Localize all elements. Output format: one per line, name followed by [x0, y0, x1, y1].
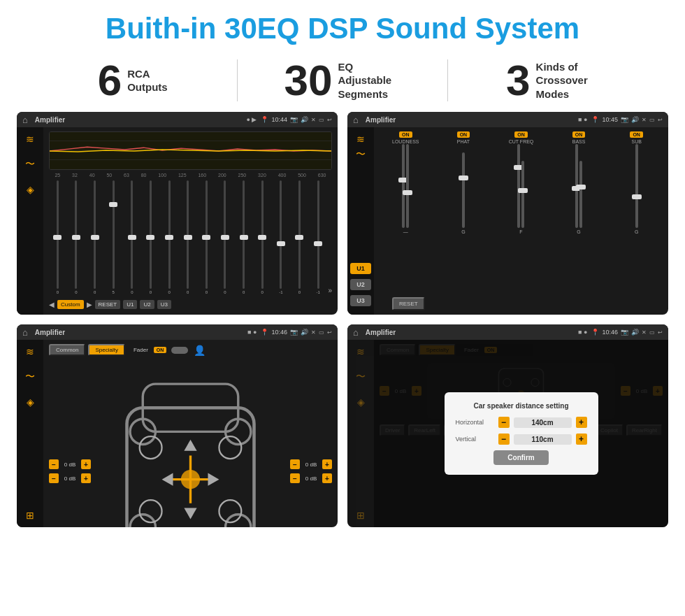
- eq-slider-6[interactable]: 0: [161, 180, 178, 294]
- cross-reset-btn[interactable]: RESET: [392, 297, 425, 310]
- fader-controls-right: − 0 dB + − 0 dB +: [290, 359, 332, 527]
- cross-u1-btn[interactable]: U1: [350, 263, 371, 274]
- eq-slider-11[interactable]: 0: [254, 180, 271, 294]
- phat-slider[interactable]: [462, 152, 465, 228]
- fader-plus-fr[interactable]: +: [322, 459, 332, 469]
- cross-col-sub: ON SUB G: [609, 131, 664, 293]
- eq-slider-1[interactable]: 0: [68, 180, 85, 294]
- eq-u3-btn[interactable]: U3: [157, 300, 171, 309]
- stat-label-eq: EQ AdjustableSegments: [338, 60, 401, 101]
- dist-speaker-icon: ◈: [354, 396, 367, 408]
- home-icon-dist[interactable]: ⌂: [353, 327, 359, 338]
- svg-point-13: [219, 500, 241, 522]
- loudness-on[interactable]: ON: [399, 131, 412, 138]
- eq-sidebar: ≋ 〜 ◈: [17, 127, 43, 315]
- svg-point-8: [130, 515, 155, 527]
- fader-screen-panel: ⌂ Amplifier ■ ● 📍 10:46 📷 🔊 ✕ ▭ ↩ ≋ 〜 ◈ …: [17, 324, 338, 527]
- cross-u2-btn[interactable]: U2: [350, 279, 371, 290]
- fader-specialty-tab[interactable]: Specialty: [88, 344, 124, 356]
- fader-car-diagram: [95, 359, 286, 527]
- stat-divider-2: [447, 59, 448, 101]
- home-icon-cross[interactable]: ⌂: [353, 115, 359, 125]
- eq-reset-btn[interactable]: RESET: [95, 300, 121, 309]
- loudness-val: —: [403, 229, 408, 234]
- dialog-horizontal-plus[interactable]: +: [576, 417, 587, 428]
- fader-plus-rl[interactable]: +: [81, 473, 91, 483]
- eq-u2-btn[interactable]: U2: [140, 300, 154, 309]
- fader-label-text: Fader: [134, 347, 148, 353]
- fader-speaker-icon[interactable]: ◈: [24, 396, 36, 408]
- dist-status-bar: ⌂ Amplifier ■ ● 📍 10:46 📷 🔊 ✕ ▭ ↩: [347, 324, 668, 340]
- fader-status-bar: ⌂ Amplifier ■ ● 📍 10:46 📷 🔊 ✕ ▭ ↩: [17, 324, 338, 340]
- bass-slider-r[interactable]: [579, 161, 582, 228]
- bass-on[interactable]: ON: [572, 131, 586, 138]
- camera-icon-cross: 📷: [621, 116, 628, 123]
- sub-slider[interactable]: [635, 144, 638, 228]
- fader-val-fl: 0 dB: [61, 461, 79, 468]
- fader-common-tab[interactable]: Common: [49, 344, 85, 356]
- cross-wave-icon[interactable]: 〜: [354, 148, 367, 161]
- cutfreq-slider-l[interactable]: [517, 144, 520, 228]
- cutfreq-on[interactable]: ON: [514, 131, 528, 138]
- eq-slider-10[interactable]: 0: [235, 180, 252, 294]
- fader-val-rl: 0 dB: [61, 475, 79, 482]
- fader-toggle[interactable]: [171, 347, 188, 354]
- dialog-horizontal-minus[interactable]: −: [498, 417, 510, 428]
- fader-minus-fl[interactable]: −: [49, 459, 59, 469]
- eq-slider-14[interactable]: -1: [310, 180, 327, 294]
- bass-val: G: [577, 229, 580, 234]
- dialog-vertical-plus[interactable]: +: [576, 434, 587, 445]
- fader-wave-icon[interactable]: 〜: [24, 371, 36, 383]
- eq-slider-13[interactable]: 0: [291, 180, 308, 294]
- home-icon-fader[interactable]: ⌂: [22, 327, 28, 338]
- fader-minus-rl[interactable]: −: [49, 473, 59, 483]
- dialog-vertical-minus[interactable]: −: [498, 434, 510, 445]
- fader-plus-rr[interactable]: +: [322, 473, 332, 483]
- cross-tune-icon[interactable]: ≋: [354, 133, 367, 145]
- fader-plus-fl[interactable]: +: [81, 459, 91, 469]
- cross-col-phat: ON PHAT G: [436, 131, 491, 293]
- eq-slider-4[interactable]: 0: [124, 180, 141, 294]
- phat-on[interactable]: ON: [457, 131, 470, 138]
- cross-u3-btn[interactable]: U3: [350, 295, 371, 306]
- dialog-horizontal-value: 140cm: [514, 417, 572, 428]
- eq-slider-5[interactable]: 0: [142, 180, 159, 294]
- eq-slider-0[interactable]: 0: [49, 180, 66, 294]
- back-icon-fader: ↩: [327, 329, 332, 336]
- cross-time: 10:45: [602, 116, 618, 123]
- fader-tune-icon[interactable]: ≋: [24, 345, 36, 358]
- fader-expand-icon[interactable]: ⊞: [24, 509, 36, 522]
- eq-slider-3[interactable]: 5: [105, 180, 122, 294]
- cross-controls-row: ON LOUDNESS —: [378, 131, 664, 293]
- eq-more-arrow[interactable]: »: [328, 287, 332, 294]
- home-icon[interactable]: ⌂: [22, 115, 28, 125]
- eq-preset-custom[interactable]: Custom: [57, 300, 84, 309]
- phat-label: PHAT: [457, 139, 470, 144]
- eq-wave-icon[interactable]: 〜: [24, 158, 36, 171]
- eq-speaker-icon[interactable]: ◈: [24, 183, 36, 196]
- eq-next[interactable]: ▶: [87, 301, 92, 308]
- eq-slider-2[interactable]: 0: [86, 180, 103, 294]
- cutfreq-slider-r[interactable]: [521, 161, 524, 228]
- fader-tabs: Common Specialty Fader ON 👤: [49, 344, 332, 356]
- eq-slider-8[interactable]: 0: [198, 180, 215, 294]
- eq-slider-9[interactable]: 0: [217, 180, 234, 294]
- fader-dot: ■ ●: [247, 329, 257, 336]
- location-icon: 📍: [261, 116, 268, 123]
- fader-controls-left: − 0 dB + − 0 dB +: [49, 359, 91, 527]
- stat-label-crossover: Kinds ofCrossover Modes: [536, 60, 599, 101]
- eq-slider-7[interactable]: 0: [179, 180, 196, 294]
- fader-minus-rr[interactable]: −: [290, 473, 300, 483]
- fader-db-rl: − 0 dB +: [49, 473, 91, 483]
- eq-u1-btn[interactable]: U1: [123, 300, 137, 309]
- fader-minus-fr[interactable]: −: [290, 459, 300, 469]
- loudness-slider-r[interactable]: [406, 144, 409, 228]
- sub-on[interactable]: ON: [630, 131, 643, 138]
- eq-prev[interactable]: ◀: [49, 301, 55, 308]
- eq-slider-12[interactable]: -1: [273, 180, 290, 294]
- dialog-confirm-button[interactable]: Confirm: [493, 450, 548, 465]
- close-icon-cross: ✕: [642, 117, 647, 123]
- cross-col-cutfreq: ON CUT FREQ F: [493, 131, 549, 293]
- loudness-slider-l[interactable]: [402, 144, 405, 228]
- eq-tune-icon[interactable]: ≋: [24, 133, 36, 145]
